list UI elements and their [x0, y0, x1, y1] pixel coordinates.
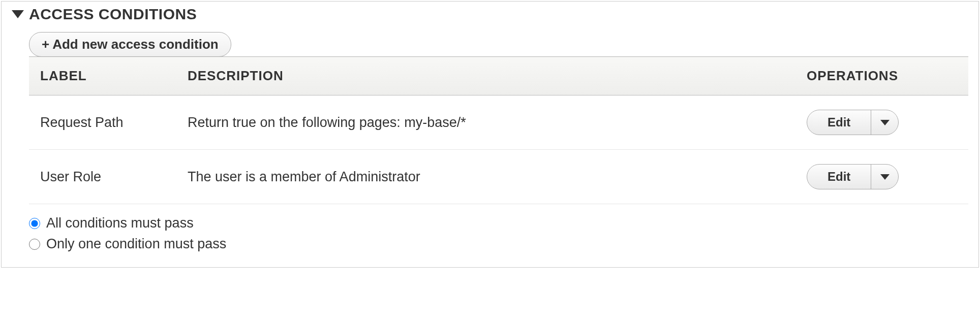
table-header-description: DESCRIPTION	[176, 57, 795, 95]
table-row: User Role The user is a member of Admini…	[29, 150, 968, 204]
table-header-operations: OPERATIONS	[795, 57, 968, 95]
operations-dropdown-toggle[interactable]	[871, 110, 898, 135]
section-title: ACCESS CONDITIONS	[29, 6, 197, 23]
edit-button[interactable]: Edit	[807, 110, 871, 135]
fieldset-toggle[interactable]: ACCESS CONDITIONS	[12, 6, 968, 23]
radio-option-one: Only one condition must pass	[29, 236, 968, 252]
radio-one-label[interactable]: Only one condition must pass	[46, 236, 226, 252]
add-access-condition-button[interactable]: + Add new access condition	[29, 32, 231, 57]
operations-dropdown-toggle[interactable]	[871, 165, 898, 189]
fieldset-content: + Add new access condition LABEL DESCRIP…	[12, 32, 968, 252]
edit-button[interactable]: Edit	[807, 165, 871, 189]
condition-operations: Edit	[795, 150, 968, 204]
table-header-label: LABEL	[29, 57, 176, 95]
plus-icon: +	[42, 37, 49, 52]
chevron-down-icon	[880, 120, 890, 125]
table-row: Request Path Return true on the followin…	[29, 95, 968, 150]
conditions-table: LABEL DESCRIPTION OPERATIONS Request Pat…	[29, 56, 968, 204]
radio-one-condition[interactable]	[29, 239, 40, 250]
radio-option-all: All conditions must pass	[29, 215, 968, 231]
condition-operations: Edit	[795, 95, 968, 150]
radio-all-conditions[interactable]	[29, 218, 40, 229]
add-button-label: Add new access condition	[52, 37, 219, 52]
access-conditions-fieldset: ACCESS CONDITIONS + Add new access condi…	[1, 1, 979, 268]
condition-label: Request Path	[29, 95, 176, 150]
condition-description: The user is a member of Administrator	[176, 150, 795, 204]
condition-logic-group: All conditions must pass Only one condit…	[29, 215, 968, 252]
condition-label: User Role	[29, 150, 176, 204]
chevron-down-icon	[880, 174, 890, 180]
operations-dropbutton: Edit	[807, 110, 899, 135]
condition-description: Return true on the following pages: my-b…	[176, 95, 795, 150]
triangle-down-icon	[12, 10, 24, 18]
radio-all-label[interactable]: All conditions must pass	[46, 215, 194, 231]
operations-dropbutton: Edit	[807, 164, 899, 189]
table-header-row: LABEL DESCRIPTION OPERATIONS	[29, 57, 968, 95]
